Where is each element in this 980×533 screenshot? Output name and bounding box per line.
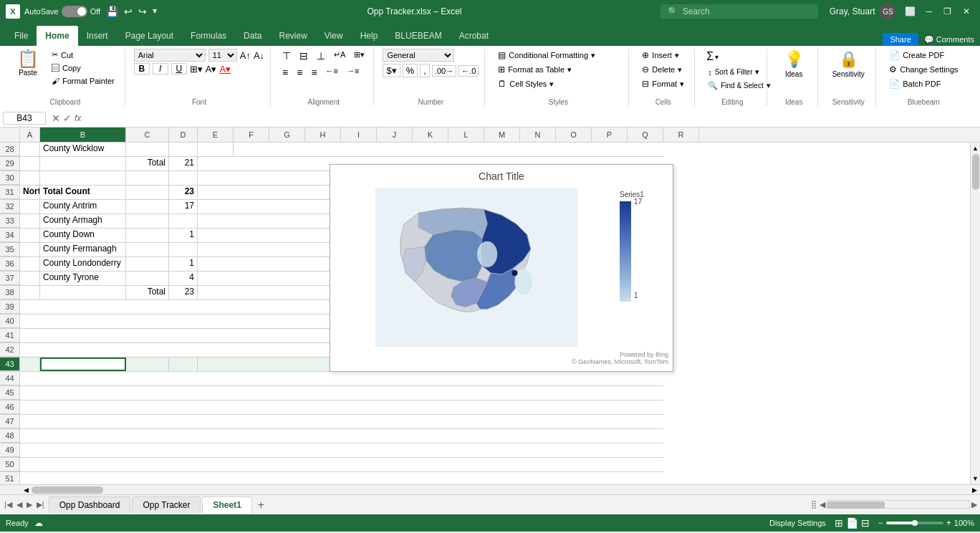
autosave-toggle[interactable] [62,6,87,17]
align-top-icon[interactable]: ⊤ [279,49,294,63]
scroll-thumb-h[interactable] [32,486,103,494]
cell-b43[interactable] [40,357,126,371]
cut-button[interactable]: ✂ Cut [47,49,119,61]
zoom-level[interactable]: 100% [954,519,974,527]
row-header-47[interactable]: 47 [0,415,20,428]
cell-a33[interactable] [20,214,40,228]
corner-cell[interactable] [0,128,20,142]
row-header-37[interactable]: 37 [0,272,20,285]
sheet-tab-opp-tracker[interactable]: Opp Tracker [132,496,201,513]
col-header-i[interactable]: I [341,128,377,142]
cell-a29[interactable] [20,157,40,171]
insert-function-icon[interactable]: fx [75,113,81,123]
confirm-formula-icon[interactable]: ✓ [63,112,72,124]
cell-a28[interactable] [20,143,40,156]
row-header-46[interactable]: 46 [0,400,20,414]
italic-button[interactable]: I [153,63,168,75]
col-header-c[interactable]: C [126,128,169,142]
normal-view-icon[interactable]: ⊞ [835,517,843,529]
col-header-p[interactable]: P [592,128,628,142]
sum-button[interactable]: Σ ▾ [703,49,761,64]
decrease-decimal-icon[interactable]: .00→ [432,65,456,77]
cell-d35[interactable] [169,243,198,256]
cell-d43[interactable] [169,357,198,371]
col-header-r[interactable]: R [663,128,699,142]
cell-b32[interactable]: County Antrim [40,200,126,213]
sum-dropdown[interactable]: ▾ [715,53,719,61]
ideas-button[interactable]: 💡 Ideas [776,49,812,80]
format-dropdown[interactable]: ▾ [680,80,684,89]
formula-input[interactable] [87,112,977,125]
align-center-icon[interactable]: ≡ [294,65,305,80]
border-icon[interactable]: ⊞▾ [190,64,203,75]
fill-color-icon[interactable]: A▾ [206,64,217,75]
increase-font-icon[interactable]: A↑ [240,50,251,61]
h-scroll-thumb-2[interactable] [827,501,885,509]
col-header-h[interactable]: H [305,128,341,142]
row-header-35[interactable]: 35 [0,243,20,256]
tab-formulas[interactable]: Formulas [182,26,235,46]
zoom-out-icon[interactable]: − [878,518,883,528]
cell-a32[interactable] [20,200,40,213]
conditional-formatting-dropdown[interactable]: ▾ [591,51,595,60]
zoom-slider[interactable] [886,522,943,524]
h-scroll-l[interactable]: ◀ [820,500,825,509]
format-painter-button[interactable]: 🖌 Format Painter [47,75,119,87]
tab-scroll-right[interactable]: ▶ [25,500,34,509]
cell-b35[interactable]: County Fermanagh [40,243,126,256]
cell-styles-button[interactable]: 🗒 Cell Styles ▾ [494,77,558,90]
tab-home[interactable]: Home [37,26,77,46]
minimize-btn[interactable]: ─ [921,5,936,18]
find-select-button[interactable]: 🔍 Find & Select ▾ [703,80,774,92]
row-header-43[interactable]: 43 [0,357,20,371]
cell-ref-input[interactable] [3,112,46,125]
sort-filter-dropdown[interactable]: ▾ [755,67,759,77]
cell-c28[interactable] [126,143,169,156]
restore-btn[interactable]: ❐ [939,5,956,18]
cell-a38[interactable] [20,286,40,299]
page-layout-view-icon[interactable]: 📄 [846,517,858,529]
align-left-icon[interactable]: ≡ [279,65,291,80]
increase-indent-icon[interactable]: →≡ [344,65,362,80]
tab-file[interactable]: File [6,26,37,46]
insert-button[interactable]: ⊕ Insert ▾ [638,49,683,62]
decrease-indent-icon[interactable]: ←≡ [323,65,341,80]
save-to-cloud-icon[interactable]: ☁ [34,518,43,528]
vertical-scrollbar[interactable]: ▲ ▼ [970,143,980,484]
row-header-32[interactable]: 32 [0,200,20,213]
cell-b30[interactable] [40,171,126,185]
row-header-44[interactable]: 44 [0,372,20,385]
row-header-51[interactable]: 51 [0,472,20,484]
copy-button[interactable]: ⿳ Copy [47,62,119,74]
cell-b33[interactable]: County Armagh [40,214,126,228]
cell-b37[interactable]: County Tyrone [40,272,126,285]
undo-icon[interactable]: ↩ [124,6,133,17]
cell-c34[interactable] [126,229,169,242]
increase-decimal-icon[interactable]: ←.0 [458,65,479,77]
delete-dropdown[interactable]: ▾ [678,65,682,75]
horizontal-scrollbar[interactable]: ◀ ▶ [0,484,980,494]
cell-styles-dropdown[interactable]: ▾ [549,80,554,89]
tab-review[interactable]: Review [270,26,315,46]
cell-a37[interactable] [20,272,40,285]
chart-container[interactable]: Chart Title [330,164,673,372]
row-header-48[interactable]: 48 [0,429,20,443]
row-header-36[interactable]: 36 [0,257,20,271]
comma-icon[interactable]: , [420,64,430,77]
create-pdf-button[interactable]: 📄 Create PDF [885,49,948,62]
cell-d33[interactable] [169,214,198,228]
cell-d30[interactable] [169,171,198,185]
paste-button[interactable]: 📋 Paste [11,49,44,78]
underline-button[interactable]: U [171,63,187,75]
cell-a30[interactable] [20,171,40,185]
redo-icon[interactable]: ↪ [138,6,147,17]
tab-insert[interactable]: Insert [78,26,117,46]
h-scroll-track-2[interactable] [827,500,970,509]
customize-icon[interactable]: ▾ [153,6,157,17]
cell-a36[interactable] [20,257,40,271]
font-size-select[interactable]: 11 [208,49,237,62]
h-scroll-r[interactable]: ▶ [971,500,977,509]
cell-c31[interactable] [126,186,169,199]
tab-scroll-last[interactable]: ▶| [35,500,46,509]
row-header-29[interactable]: 29 [0,157,20,171]
